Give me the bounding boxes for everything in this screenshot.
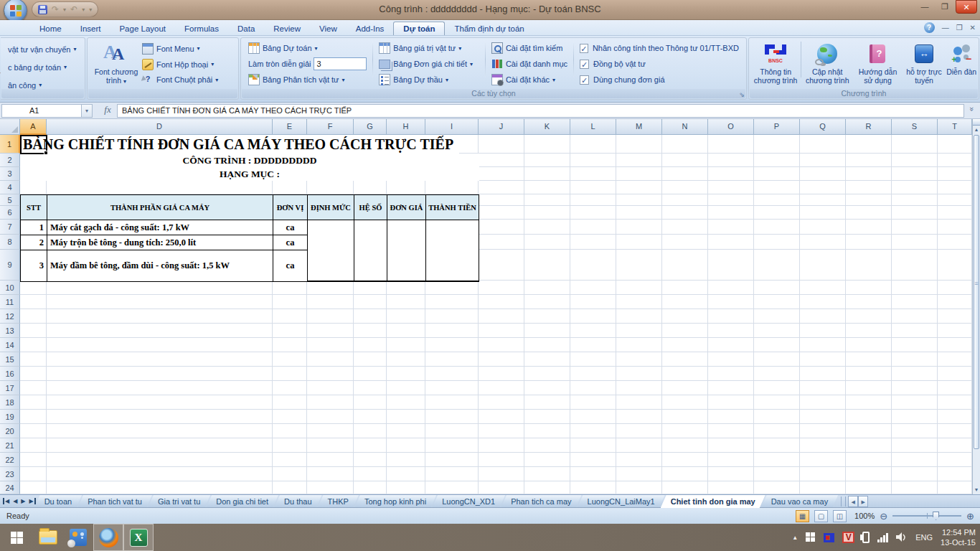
first-sheet-icon[interactable]: ◀ — [3, 498, 9, 504]
unikey-tray-icon[interactable]: V — [842, 532, 854, 543]
formula-bar-expand-icon[interactable]: » — [966, 104, 979, 118]
firefox-button[interactable] — [93, 524, 123, 551]
column-header[interactable]: O — [708, 119, 754, 135]
sheet-tab[interactable]: Chiet tinh don gia may — [661, 495, 765, 508]
sheet-tab[interactable]: Don gia chi tiet — [206, 495, 278, 508]
settings-app-button[interactable] — [63, 524, 93, 551]
scroll-left-icon[interactable]: ◀ — [848, 496, 858, 507]
table-header-cell[interactable]: ĐỊNH MỨC — [308, 195, 354, 220]
stt-cell[interactable]: 1 — [21, 220, 47, 235]
dinh-muc-cell[interactable] — [308, 220, 354, 281]
stt-cell[interactable]: 3 — [21, 250, 47, 281]
table-header-cell[interactable]: STT — [21, 195, 47, 220]
row-header[interactable]: 2 — [0, 154, 20, 167]
rounding-input[interactable] — [314, 57, 367, 70]
ribbon-tab[interactable]: Home — [30, 22, 71, 35]
table-header-cell[interactable]: ĐƠN VỊ — [273, 195, 308, 220]
row-header[interactable]: 23 — [0, 467, 20, 481]
excel-button[interactable]: X — [123, 524, 154, 551]
sheet-tab[interactable]: Dau vao ca may — [761, 495, 838, 508]
ho-tro-truc-tuyen-button[interactable]: ↔ hỗ trợ trực tuyến — [903, 40, 946, 88]
row-header[interactable]: 1 — [0, 135, 20, 154]
table-header-cell[interactable]: ĐƠN GIÁ — [387, 195, 426, 220]
font-hop-thoai-button[interactable]: Font Hộp thoại ▾ — [142, 57, 218, 72]
windows-tray-icon[interactable] — [806, 532, 816, 542]
zoom-slider-handle[interactable] — [933, 512, 939, 520]
column-header[interactable]: S — [892, 119, 938, 135]
zoom-level[interactable]: 100% — [854, 512, 875, 520]
zoom-out-icon[interactable]: ⊖ — [880, 511, 887, 522]
minimize-button[interactable]: — — [915, 0, 934, 14]
prev-sheet-icon[interactable]: ◀ — [13, 498, 17, 504]
row-header[interactable]: 24 — [0, 481, 20, 494]
row-header[interactable]: 7 — [0, 220, 20, 235]
column-header[interactable]: I — [425, 119, 479, 135]
table-header-cell[interactable]: THÀNH PHẦN GIÁ CA MÁY — [47, 195, 273, 220]
cai-dat-danh-muc-button[interactable]: Cài đặt danh mục — [491, 56, 567, 72]
insert-function-icon[interactable]: fx — [98, 104, 117, 118]
start-button[interactable] — [0, 524, 33, 551]
last-sheet-icon[interactable]: ▶ — [29, 498, 35, 504]
unit-cell[interactable]: ca — [273, 235, 308, 250]
scrollbar-thumb[interactable] — [974, 135, 979, 449]
zoom-slider[interactable] — [892, 512, 961, 520]
cell-grid[interactable]: BẢNG CHIẾT TÍNH ĐƠN GIÁ CA MÁY THEO CÁCH… — [20, 135, 972, 494]
row-header[interactable]: 5 — [0, 194, 20, 206]
cai-dat-khac-button[interactable]: Cài đặt khác ▾ — [491, 72, 567, 88]
bang-phan-tich-vat-tu-button[interactable]: Bảng Phân tích vật tư ▾ — [248, 72, 367, 88]
sheet-tab[interactable]: Phan tich ca may — [501, 495, 581, 508]
next-sheet-icon[interactable]: ▶ — [21, 498, 25, 504]
close-button[interactable]: ✕ — [956, 0, 977, 14]
normal-view-button[interactable]: ▦ — [796, 510, 809, 522]
cap-nhat-chuong-trinh-button[interactable]: Cập nhật chương trình — [801, 40, 853, 88]
bang-gia-tri-vat-tu-button[interactable]: Bảng giá trị vật tư ▾ — [379, 40, 479, 56]
row-header[interactable]: 11 — [0, 295, 20, 309]
column-header[interactable]: P — [754, 119, 800, 135]
ribbon-menu-button[interactable]: vật tư vận chuyển ▾ — [8, 40, 82, 58]
sheet-tab[interactable]: LuongCN_XD1 — [432, 495, 505, 508]
row-header[interactable]: 13 — [0, 324, 20, 338]
row-header[interactable]: 14 — [0, 338, 20, 352]
row-header[interactable]: 18 — [0, 395, 20, 410]
page-layout-view-button[interactable]: ▢ — [814, 510, 828, 522]
row-header[interactable]: 19 — [0, 410, 20, 424]
ribbon-tab[interactable]: Dự toán — [393, 22, 445, 35]
sheet-tab[interactable]: Du thau — [274, 495, 322, 508]
scroll-right-icon[interactable]: ▶ — [858, 496, 868, 507]
vertical-scrollbar[interactable]: ▲ ▼ — [972, 119, 980, 494]
he-so-cell[interactable] — [354, 220, 387, 281]
row-header[interactable]: 6 — [0, 206, 20, 220]
file-explorer-button[interactable] — [33, 524, 63, 551]
machine-name-cell[interactable]: Máy cắt gạch đá - công suất: 1,7 kW — [47, 220, 273, 235]
sheet-tab[interactable]: Phan tich vat tu — [77, 495, 152, 508]
ribbon-tab[interactable]: View — [310, 22, 347, 35]
ribbon-tab[interactable]: Page Layout — [110, 22, 175, 35]
row-header[interactable]: 12 — [0, 309, 20, 324]
device-tray-icon[interactable] — [862, 532, 870, 543]
network-signal-icon[interactable] — [877, 532, 888, 542]
column-header[interactable]: E — [273, 119, 307, 135]
row-header[interactable]: 10 — [0, 281, 20, 295]
bang-du-toan-button[interactable]: Bảng Dự toán ▾ — [248, 40, 367, 56]
dialog-launcher-icon[interactable]: ⇘ — [739, 91, 745, 98]
sheet-title-cell[interactable]: BẢNG CHIẾT TÍNH ĐƠN GIÁ CA MÁY THEO CÁCH… — [23, 135, 459, 154]
font-chuong-trinh-button[interactable]: AA Font chương trình ▾ — [90, 40, 142, 88]
column-header[interactable]: G — [354, 119, 387, 135]
ribbon-tab[interactable]: Data — [228, 22, 264, 35]
unit-cell[interactable]: ca — [273, 220, 308, 235]
sheet-tab[interactable]: Du toan — [34, 495, 83, 508]
row-header[interactable]: 17 — [0, 381, 20, 395]
workbook-restore-icon[interactable]: ❐ — [956, 23, 963, 33]
ribbon-tab[interactable]: Review — [264, 22, 310, 35]
row-header[interactable]: 8 — [0, 235, 20, 250]
column-header[interactable]: R — [846, 119, 892, 135]
name-box[interactable]: A1 — [1, 104, 82, 118]
don-gia-cell[interactable] — [387, 220, 426, 281]
ribbon-tab[interactable]: Thẩm định dự toán — [445, 22, 533, 35]
page-break-view-button[interactable]: ◫ — [833, 510, 847, 522]
tab-splitter-handle[interactable] — [841, 496, 846, 507]
ribbon-checkbox[interactable]: ✓ Nhân công tính theo Thông tư 01/TT-BXD — [580, 40, 739, 56]
column-header[interactable]: F — [307, 119, 354, 135]
column-header[interactable]: K — [524, 119, 570, 135]
sheet-tab[interactable]: THKP — [318, 495, 359, 508]
